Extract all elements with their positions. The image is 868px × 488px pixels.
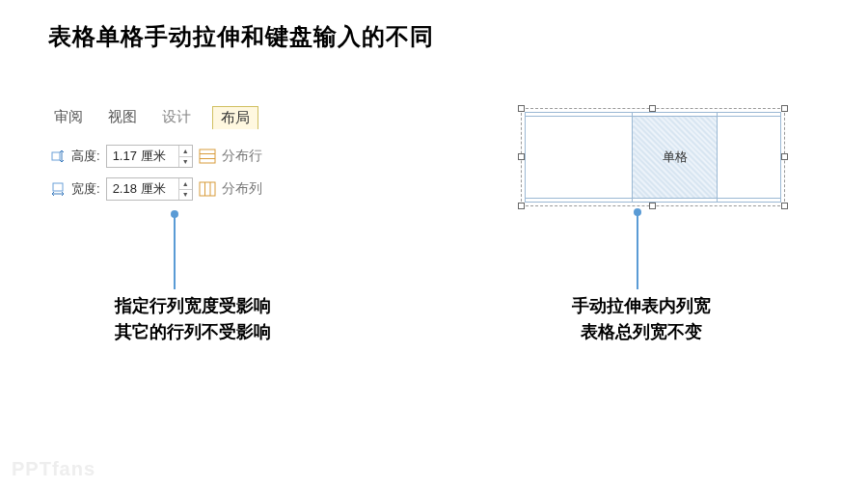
chevron-down-icon[interactable]: ▼ (179, 189, 192, 201)
row-width-control: 宽度: 2.18 厘米 ▲ ▼ 分布列 (46, 177, 374, 201)
connector-line-left (174, 214, 176, 289)
chevron-down-icon[interactable]: ▼ (179, 156, 192, 168)
caption-right-line2: 表格总列宽不变 (492, 319, 791, 345)
height-value: 1.17 厘米 (107, 146, 178, 167)
caption-left-line1: 指定行列宽度受影响 (77, 293, 309, 319)
resize-handle-icon[interactable] (781, 153, 788, 160)
svg-rect-4 (53, 183, 63, 191)
width-arrows[interactable]: ▲ ▼ (178, 178, 192, 200)
table-row: 单格 (526, 117, 781, 198)
svg-rect-0 (52, 152, 60, 160)
page-title: 表格单格手动拉伸和键盘输入的不同 (48, 21, 434, 52)
connector-line-right (637, 212, 638, 289)
table-row (526, 198, 781, 202)
resize-handle-icon[interactable] (649, 203, 656, 209)
chevron-up-icon[interactable]: ▲ (179, 178, 192, 189)
tab-review[interactable]: 审阅 (50, 106, 87, 129)
ribbon-tabs: 审阅 视图 设计 布局 (46, 104, 374, 135)
tab-view[interactable]: 视图 (104, 106, 141, 129)
caption-left: 指定行列宽度受影响 其它的行列不受影响 (77, 293, 309, 345)
height-arrows[interactable]: ▲ ▼ (178, 146, 192, 167)
resize-handle-icon[interactable] (518, 203, 525, 209)
height-spinner[interactable]: 1.17 厘米 ▲ ▼ (106, 145, 193, 168)
width-spinner[interactable]: 2.18 厘米 ▲ ▼ (106, 177, 193, 201)
svg-rect-5 (200, 182, 215, 196)
resize-handle-icon[interactable] (649, 105, 656, 112)
caption-right-line1: 手动拉伸表内列宽 (492, 293, 791, 319)
tab-design[interactable]: 设计 (158, 106, 195, 129)
distribute-cols-label[interactable]: 分布列 (222, 180, 262, 198)
ribbon-panel: 审阅 视图 设计 布局 高度: 1.17 厘米 ▲ ▼ 分布行 宽度: 2.18… (46, 104, 374, 201)
tab-layout[interactable]: 布局 (212, 106, 258, 129)
resize-handle-icon[interactable] (781, 203, 788, 209)
caption-left-line2: 其它的行列不受影响 (77, 319, 309, 345)
resize-handle-icon[interactable] (518, 153, 525, 160)
svg-rect-1 (200, 149, 215, 163)
width-icon (50, 181, 66, 197)
resize-handle-icon[interactable] (518, 105, 525, 112)
selected-cell[interactable]: 单格 (633, 117, 717, 198)
distribute-rows-label[interactable]: 分布行 (222, 148, 262, 165)
height-icon (50, 149, 66, 164)
distribute-cols-icon[interactable] (199, 181, 216, 197)
resize-handle-icon[interactable] (781, 105, 788, 112)
watermark: PPTfans (12, 458, 95, 480)
chevron-up-icon[interactable]: ▲ (179, 146, 192, 156)
caption-right: 手动拉伸表内列宽 表格总列宽不变 (492, 293, 791, 345)
example-table: 单格 (525, 112, 781, 203)
width-value: 2.18 厘米 (107, 178, 178, 200)
height-label: 高度: (71, 148, 100, 165)
distribute-rows-icon[interactable] (199, 149, 216, 164)
row-height-control: 高度: 1.17 厘米 ▲ ▼ 分布行 (46, 145, 374, 168)
example-table-wrap[interactable]: 单格 (521, 108, 785, 206)
width-label: 宽度: (71, 180, 100, 198)
